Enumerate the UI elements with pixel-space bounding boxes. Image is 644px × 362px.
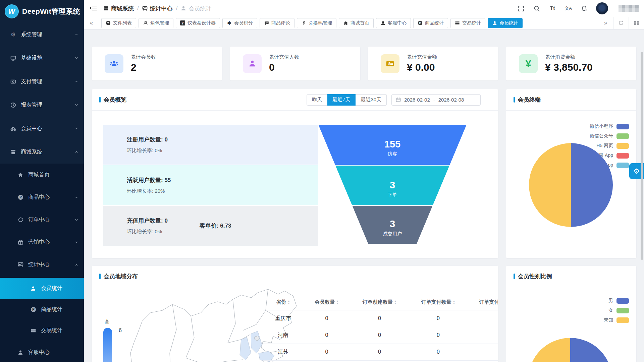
font-size-icon[interactable]: Tt	[549, 5, 556, 12]
range-7days-button[interactable]: 最近7天	[327, 94, 356, 106]
avg-order-price: 客单价: 6.73	[200, 222, 231, 230]
legend-item[interactable]: 未知	[604, 317, 629, 323]
sidebar-item-stats-center[interactable]: 统计中心	[0, 253, 84, 276]
tab-product-reviews[interactable]: 商品评论	[260, 18, 294, 28]
sidebar-item-product-stats[interactable]: P 商品统计	[0, 299, 84, 320]
product-p-icon: P	[418, 20, 423, 25]
legend-item[interactable]: 微信小程序	[590, 123, 629, 129]
legend-item[interactable]: 男	[604, 298, 629, 304]
gift-icon	[17, 239, 23, 245]
sidebar-item-marketing-center[interactable]: 营销中心	[0, 231, 84, 253]
person-icon	[181, 6, 186, 11]
sidebar-item-payment[interactable]: 支付管理	[0, 70, 84, 93]
tab-product-stats[interactable]: P 商品统计	[413, 18, 448, 28]
key-icon	[301, 20, 306, 25]
order-icon	[17, 217, 23, 223]
col-orders-paid[interactable]: 订单支付数量▲▼	[409, 295, 468, 310]
title-accent-bar	[514, 97, 515, 103]
tab-bar: « 文件列表 角色管理 Y 仪表盘设计器 ✱ 会员积分 商品评论	[84, 17, 644, 29]
range-yesterday-button[interactable]: 昨天	[307, 94, 327, 106]
stat-band-registered: 注册用户数量: 0 环比增长率: 0%	[103, 125, 318, 165]
header-actions: Tt 文A	[517, 2, 639, 14]
sidebar-item-infrastructure[interactable]: 基础设施	[0, 46, 84, 70]
tab-file-list[interactable]: 文件列表	[101, 18, 136, 28]
sidebar-item-mall-home[interactable]: 商城首页	[0, 164, 84, 186]
chevron-down-icon	[74, 103, 78, 107]
sort-icon: ▲▼	[394, 300, 397, 305]
tab-member-points[interactable]: ✱ 会员积分	[222, 18, 257, 28]
user-avatar[interactable]	[596, 2, 608, 14]
tab-mall-home[interactable]: 商城首页	[339, 18, 374, 28]
legend-swatch	[616, 124, 629, 129]
product-p-icon: P	[30, 307, 36, 313]
logo[interactable]: W DeepWit管理系统	[0, 0, 84, 23]
sort-icon: ▲▼	[453, 300, 455, 305]
tab-role-management[interactable]: 角色管理	[139, 18, 173, 28]
sidebar-submenu-mall: 商城首页 P 商品中心 订单中心 营销中心 统计中心	[0, 164, 84, 362]
notifications-bell-icon[interactable]	[580, 5, 588, 12]
terminal-pie-chart	[529, 143, 613, 227]
banknote-icon: $	[381, 54, 399, 73]
sidebar-item-product-center[interactable]: P 商品中心	[0, 186, 84, 208]
tab-trade-stats[interactable]: 交易统计	[450, 18, 485, 28]
pie-chart-icon	[10, 102, 16, 108]
map-visual-legend: 高 6	[103, 319, 112, 362]
sidebar-item-reports[interactable]: 报表管理	[0, 93, 84, 117]
col-pay-amount[interactable]: 订单支付金额▲▼	[468, 295, 498, 310]
person-icon	[492, 20, 497, 25]
comment-icon	[264, 20, 269, 25]
tab-service-center[interactable]: 客服中心	[376, 18, 411, 28]
page-scrollbar-thumb[interactable]	[641, 52, 643, 260]
col-members[interactable]: 会员数量▲▼	[303, 295, 350, 310]
member-region-panel: 会员地域分布 高 6	[92, 266, 498, 362]
chevron-up-icon	[74, 263, 78, 267]
stat-value: ¥ 0.00	[407, 62, 437, 73]
breadcrumb-current: 会员统计	[189, 5, 211, 12]
sidebar-item-trade-stats[interactable]: 交易统计	[0, 320, 84, 341]
sidebar-item-member-center[interactable]: 会员中心	[0, 117, 84, 140]
user-name-redacted[interactable]	[619, 5, 639, 12]
search-icon[interactable]	[533, 5, 540, 12]
tab-actions-grid-icon[interactable]	[629, 17, 644, 29]
legend-item[interactable]: 微信公众号	[590, 133, 629, 139]
breadcrumb-item[interactable]: 统计中心	[150, 5, 173, 12]
legend-swatch	[616, 308, 629, 313]
person-icon	[30, 286, 36, 292]
stat-label: 累计充值人数	[269, 54, 299, 60]
tabs-scroll-right-icon[interactable]: »	[598, 17, 613, 29]
user-icon	[243, 54, 262, 73]
legend-item[interactable]: H5 网页	[590, 143, 629, 149]
sidebar-item-member-stats[interactable]: 会员统计	[0, 278, 84, 299]
panel-title: 会员性别比例	[514, 273, 552, 280]
svg-text:访客: 访客	[387, 151, 397, 157]
payment-icon	[10, 78, 16, 84]
range-30days-button[interactable]: 最近30天	[356, 94, 387, 106]
svg-text:3: 3	[390, 180, 395, 190]
col-province[interactable]: 省份▲▼	[263, 295, 303, 310]
breadcrumb-item[interactable]: 商城系统	[111, 5, 134, 12]
person-outline-icon	[143, 20, 148, 25]
sidebar-item-service-center[interactable]: 客服中心	[0, 341, 84, 362]
sidebar-item-system[interactable]: ⚙ 系统管理	[0, 23, 84, 46]
tab-member-stats-active[interactable]: 会员统计	[488, 18, 523, 28]
sort-icon: ▲▼	[336, 300, 339, 305]
open-tabs: 文件列表 角色管理 Y 仪表盘设计器 ✱ 会员积分 商品评论 兑换码管理	[99, 18, 598, 28]
legend-item[interactable]: 女	[604, 307, 629, 313]
gender-legend: 男 女 未知	[604, 298, 629, 323]
region-table: 省份▲▼ 会员数量▲▼ 订单创建数量▲▼ 订单支付数量▲▼ 订单支付金额▲▼ 重…	[263, 295, 498, 361]
stats-board-icon	[17, 262, 23, 268]
sidebar-item-order-center[interactable]: 订单中心	[0, 208, 84, 231]
table-header-row: 省份▲▼ 会员数量▲▼ 订单创建数量▲▼ 订单支付数量▲▼ 订单支付金额▲▼	[263, 295, 498, 310]
date-range-picker[interactable]: 2026-02-02 - 2026-02-08	[391, 94, 481, 106]
sidebar-collapse-icon[interactable]	[89, 5, 98, 12]
asterisk-icon: ✱	[227, 20, 232, 25]
legend-swatch	[616, 317, 629, 323]
fullscreen-icon[interactable]	[517, 5, 525, 12]
col-orders-created[interactable]: 订单创建数量▲▼	[350, 295, 409, 310]
tab-dashboard-designer[interactable]: Y 仪表盘设计器	[176, 18, 220, 28]
language-icon[interactable]: 文A	[565, 5, 572, 12]
refresh-icon[interactable]	[613, 17, 629, 29]
sidebar-item-mall-system[interactable]: 商城系统	[0, 140, 84, 164]
tab-redeem-code[interactable]: 兑换码管理	[297, 18, 336, 28]
tabs-scroll-left-icon[interactable]: «	[84, 17, 99, 29]
